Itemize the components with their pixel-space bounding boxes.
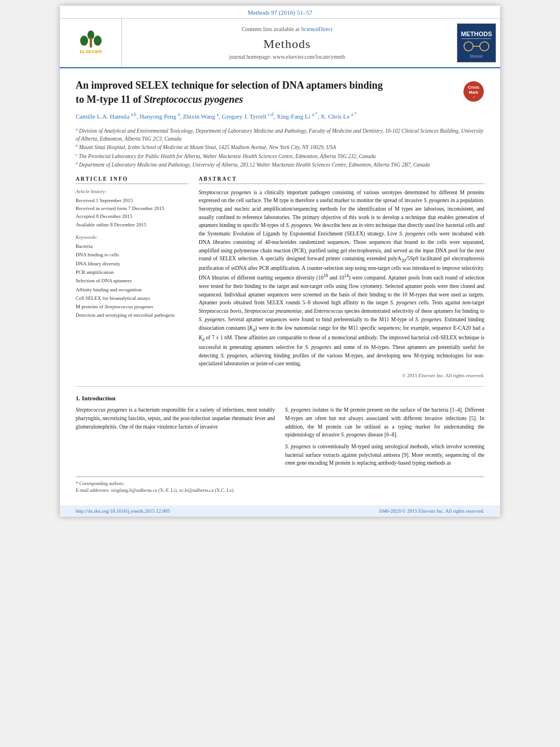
intro-para-1: Streptococcus pyogenes is a bacterium re… [76, 406, 275, 431]
doi-link[interactable]: http://dx.doi.org/10.1016/j.ymeth.2015.1… [76, 508, 170, 514]
journal-title: Methods [264, 37, 311, 51]
keyword-m-proteins: M proteins of Streptococcus pyogenes [76, 303, 189, 311]
journal-logo-area: METHODS Elsevier [452, 19, 500, 67]
journal-ref-text: Methods 97 (2016) 51–57 [248, 9, 313, 16]
abstract-col: ABSTRACT Streptococcus pyogenes is a cli… [199, 176, 484, 379]
svg-text:Mark: Mark [469, 90, 478, 94]
keyword-detection: Detection and serotyping of microbial pa… [76, 311, 189, 320]
crossmark-badge: Cross Mark ✓ [463, 81, 484, 104]
available-date: Available online 8 December 2015 [76, 221, 189, 229]
article-title: An improved SELEX technique for selectio… [76, 78, 457, 107]
issn-text: 1046-2023/© 2015 Elsevier Inc. All right… [379, 508, 484, 514]
footnote-area: * Corresponding authors. E-mail addresse… [76, 477, 484, 493]
intro-heading: 1. Introduction [76, 395, 484, 401]
svg-rect-8 [462, 38, 491, 39]
author-list: Camille L.A. Hamula a,b, Hanyong Peng a,… [76, 111, 484, 121]
intro-col-left: Streptococcus pyogenes is a bacterium re… [76, 406, 275, 471]
svg-point-2 [80, 36, 88, 46]
email-label: E-mail addresses: [76, 487, 110, 493]
keyword-bacteria: Bacteria [76, 242, 189, 251]
svg-text:Cross: Cross [468, 85, 479, 89]
article-info-col: ARTICLE INFO Article history: Received 1… [76, 176, 189, 379]
elsevier-logo-icon: ELSEVIER [68, 30, 113, 56]
keyword-dna-binding: DNA binding to cells [76, 251, 189, 259]
intro-two-col: Streptococcus pyogenes is a bacterium re… [76, 406, 484, 471]
svg-text:Elsevier: Elsevier [470, 54, 483, 58]
intro-para-3: S. pyogenes is conventionally M-typed us… [285, 443, 484, 468]
journal-header-center: Contents lists available at ScienceDirec… [122, 19, 452, 67]
contents-available-line: Contents lists available at ScienceDirec… [242, 26, 333, 32]
title-line1: An improved SELEX technique for selectio… [76, 80, 383, 91]
abstract-body: Streptococcus pyogenes is a clinically i… [199, 189, 484, 369]
svg-text:ELSEVIER: ELSEVIER [80, 49, 102, 54]
article-info-heading: ARTICLE INFO [76, 176, 189, 184]
methods-journal-logo: METHODS Elsevier [457, 23, 496, 63]
doi-bar: http://dx.doi.org/10.1016/j.ymeth.2015.1… [60, 505, 500, 517]
title-line2: to M-type 11 of [76, 94, 144, 105]
corresponding-authors-note: * Corresponding authors. [76, 480, 484, 486]
abstract-heading: ABSTRACT [199, 176, 484, 184]
svg-text:METHODS: METHODS [461, 30, 492, 37]
received-date-2: Received in revised form 7 December 2015 [76, 204, 189, 212]
accepted-date: Accepted 8 December 2015 [76, 212, 189, 220]
history-label: Article history: [76, 189, 189, 194]
keyword-dna-library: DNA library diversity [76, 260, 189, 268]
copyright-notice: © 2015 Elsevier Inc. All rights reserved… [199, 373, 484, 378]
sciencedirect-link[interactable]: ScienceDirect [301, 26, 333, 32]
intro-para-2: S. pyogenes isolates is the M protein pr… [285, 406, 484, 439]
intro-col-right: S. pyogenes isolates is the M protein pr… [285, 406, 484, 471]
article-page: Methods 97 (2016) 51–57 ELSEVIER Content… [60, 6, 500, 517]
svg-point-3 [94, 36, 102, 46]
section-divider [76, 386, 484, 387]
received-date-1: Received 1 September 2015 [76, 196, 189, 204]
keyword-selection: Selection of DNA aptamers [76, 277, 189, 285]
svg-text:✓: ✓ [473, 95, 475, 99]
publisher-logo-area: ELSEVIER [60, 19, 122, 67]
email-footnote: E-mail addresses: xingfang.li@ualberta.c… [76, 487, 484, 493]
journal-homepage: journal homepage: www.elsevier.com/locat… [229, 54, 345, 60]
title-species: Streptococcus pyogenes [144, 94, 243, 105]
keyword-cell-selex: Cell SELEX for bioanalytical assays [76, 294, 189, 303]
journal-header: ELSEVIER Contents lists available at Sci… [60, 19, 500, 68]
svg-rect-4 [90, 37, 92, 47]
info-abstract-section: ARTICLE INFO Article history: Received 1… [76, 176, 484, 379]
introduction-section: 1. Introduction Streptococcus pyogenes i… [76, 395, 484, 471]
keyword-pcr: PCR amplification [76, 268, 189, 277]
article-content: An improved SELEX technique for selectio… [60, 68, 500, 503]
journal-reference: Methods 97 (2016) 51–57 [60, 6, 500, 19]
corresponding-note-text: * Corresponding authors. [76, 480, 124, 486]
keywords-label: Keywords: [76, 234, 189, 240]
contents-text: Contents lists available at [242, 26, 299, 32]
keyword-affinity: Affinity binding and recognition [76, 286, 189, 294]
affiliations: a Division of Analytical and Environment… [76, 126, 484, 169]
email-addresses: xingfang.li@ualberta.ca (X.-F. Li), xc.l… [111, 487, 234, 493]
